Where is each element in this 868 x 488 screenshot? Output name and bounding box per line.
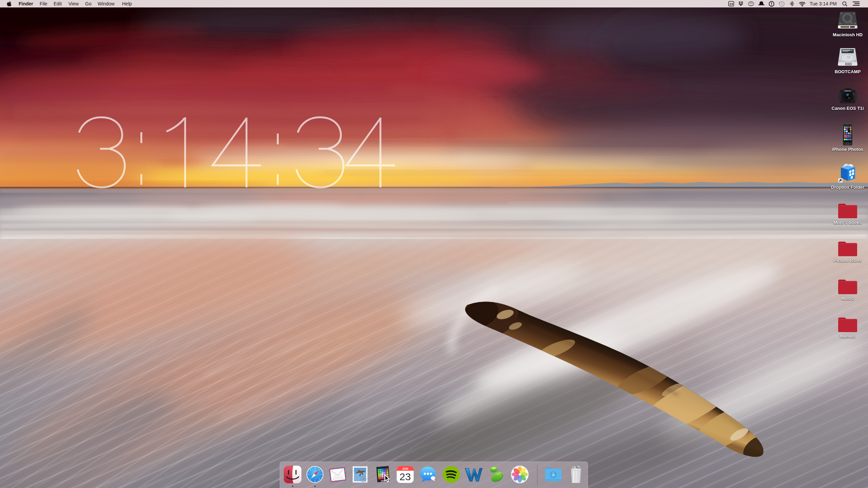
svg-text:23: 23 bbox=[399, 471, 411, 482]
svg-text:JUN: JUN bbox=[402, 467, 408, 470]
svg-text:23: 23 bbox=[729, 2, 733, 6]
svg-text:Canon: Canon bbox=[845, 90, 851, 92]
